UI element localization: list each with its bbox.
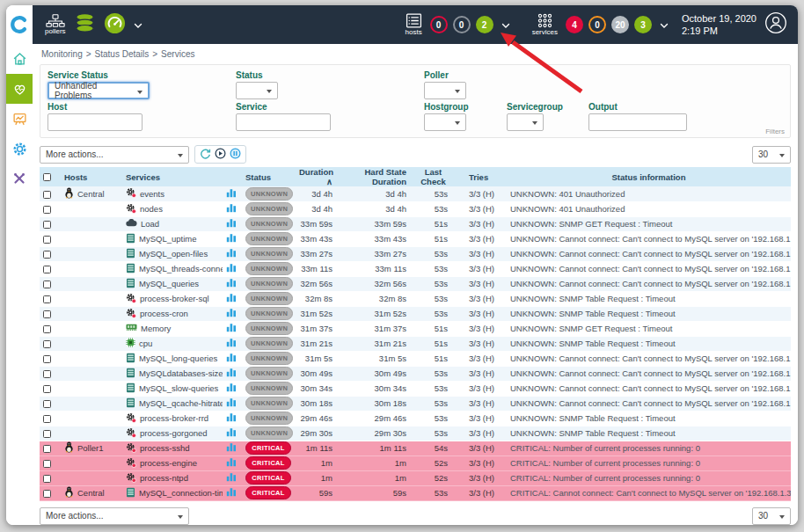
service-link[interactable]: process-sshd [140, 443, 190, 453]
row-checkbox[interactable] [43, 281, 51, 288]
sidebar-item-monitoring[interactable] [6, 74, 33, 104]
service-link[interactable]: MySQLdatabases-size [139, 368, 223, 378]
hosts-chevron-icon[interactable] [501, 17, 510, 33]
sidebar-item-home[interactable] [6, 44, 33, 74]
chart-icon[interactable] [226, 353, 237, 364]
service-link[interactable]: nodes [140, 204, 163, 214]
status-count-badge[interactable]: 2 [476, 16, 493, 33]
filters-link[interactable]: Filters [765, 128, 785, 135]
row-checkbox[interactable] [43, 415, 51, 423]
chart-icon[interactable] [226, 427, 237, 439]
row-checkbox[interactable] [43, 445, 51, 453]
service-link[interactable]: cpu [139, 339, 152, 348]
col-duration[interactable]: Duration ∧ [296, 167, 341, 186]
col-hosts[interactable]: Hosts [61, 167, 122, 186]
user-profile-icon[interactable] [764, 11, 787, 38]
service-link[interactable]: Load [141, 219, 159, 229]
row-checkbox[interactable] [43, 385, 51, 393]
chart-icon[interactable] [226, 218, 237, 230]
host-link[interactable]: Central [77, 189, 105, 199]
service-input[interactable] [236, 113, 331, 131]
row-checkbox[interactable] [43, 355, 51, 363]
service-link[interactable]: MySQL_uptime [139, 234, 196, 244]
service-link[interactable]: process-broker-sql [140, 294, 209, 303]
col-tries[interactable]: Tries [457, 167, 507, 186]
database-status-icon[interactable] [74, 12, 96, 38]
select-all-checkbox[interactable] [43, 173, 51, 181]
breadcrumb-item[interactable]: Monitoring [41, 49, 83, 59]
chart-icon[interactable] [226, 457, 237, 469]
service-link[interactable]: process-engine [140, 458, 197, 468]
service-link[interactable]: MySQL_qcache-hitrate [139, 398, 223, 408]
service-link[interactable]: MySQL_open-files [139, 249, 208, 259]
page-size-select-bottom[interactable]: 30 [752, 507, 791, 525]
status-count-badge[interactable]: 0 [430, 16, 448, 33]
servicegroup-select[interactable] [507, 113, 544, 131]
row-checkbox[interactable] [43, 430, 51, 438]
breadcrumb-item[interactable]: Status Details [95, 49, 150, 59]
status-count-badge[interactable]: 4 [566, 16, 583, 33]
host-link[interactable]: Central [77, 488, 105, 498]
chart-icon[interactable] [226, 278, 237, 289]
service-link[interactable]: process-broker-rrd [140, 413, 208, 423]
col-hard-state-duration[interactable]: Hard State Duration [341, 167, 415, 186]
chart-icon[interactable] [226, 203, 237, 215]
more-actions-select-bottom[interactable]: More actions... [40, 507, 189, 525]
row-checkbox[interactable] [43, 295, 51, 303]
refresh-button[interactable] [200, 147, 211, 163]
service-link[interactable]: Memory [141, 324, 171, 333]
chart-icon[interactable] [226, 308, 237, 319]
row-checkbox[interactable] [43, 191, 51, 199]
row-checkbox[interactable] [43, 310, 51, 318]
service-status-select[interactable]: Unhandled Problems [48, 82, 150, 99]
status-count-badge[interactable]: 3 [634, 16, 652, 33]
hostgroup-select[interactable] [424, 113, 466, 131]
row-checkbox[interactable] [43, 490, 51, 498]
service-link[interactable]: process-cron [140, 309, 188, 318]
row-checkbox[interactable] [43, 325, 51, 333]
service-link[interactable]: process-ntpd [140, 473, 188, 483]
hosts-menu[interactable]: hosts [406, 13, 422, 36]
chart-icon[interactable] [226, 383, 237, 394]
service-link[interactable]: events [140, 189, 164, 199]
chart-icon[interactable] [226, 323, 237, 334]
chart-icon[interactable] [226, 188, 237, 200]
pollers-menu[interactable]: pollers [45, 14, 66, 35]
col-services[interactable]: Services [122, 167, 223, 186]
chart-icon[interactable] [226, 397, 237, 409]
status-count-badge[interactable]: 20 [611, 16, 629, 33]
chart-icon[interactable] [226, 412, 237, 424]
row-checkbox[interactable] [43, 460, 51, 468]
chart-icon[interactable] [226, 338, 237, 349]
services-menu[interactable]: services [532, 13, 558, 36]
row-checkbox[interactable] [43, 221, 51, 229]
service-link[interactable]: MySQL_threads-connected [139, 264, 223, 273]
host-input[interactable] [48, 113, 143, 131]
row-checkbox[interactable] [43, 236, 51, 244]
output-input[interactable] [588, 113, 687, 131]
service-link[interactable]: MySQL_long-queries [139, 353, 217, 363]
pause-button[interactable] [230, 147, 241, 163]
row-checkbox[interactable] [43, 251, 51, 259]
col-status-information[interactable]: Status information [507, 167, 791, 186]
chart-icon[interactable] [226, 487, 237, 499]
service-link[interactable]: process-gorgoned [140, 428, 208, 438]
chart-icon[interactable] [226, 248, 237, 259]
col-last-check[interactable]: Last Check [415, 167, 457, 186]
pollers-chevron-icon[interactable] [134, 17, 143, 33]
play-button[interactable] [215, 147, 226, 163]
service-link[interactable]: MySQL_slow-queries [139, 383, 218, 393]
service-link[interactable]: MySQL_connection-time [139, 488, 223, 498]
col-status[interactable]: Status [242, 167, 296, 186]
chart-icon[interactable] [226, 472, 237, 484]
row-checkbox[interactable] [43, 400, 51, 408]
centreon-logo[interactable] [6, 5, 33, 44]
row-checkbox[interactable] [43, 475, 51, 483]
sidebar-item-reporting[interactable] [6, 104, 33, 134]
chart-icon[interactable] [226, 368, 237, 379]
chart-icon[interactable] [226, 263, 237, 274]
services-chevron-icon[interactable] [660, 17, 669, 33]
row-checkbox[interactable] [43, 266, 51, 273]
sidebar-item-configuration[interactable] [6, 134, 33, 164]
service-link[interactable]: MySQL_queries [139, 279, 199, 288]
